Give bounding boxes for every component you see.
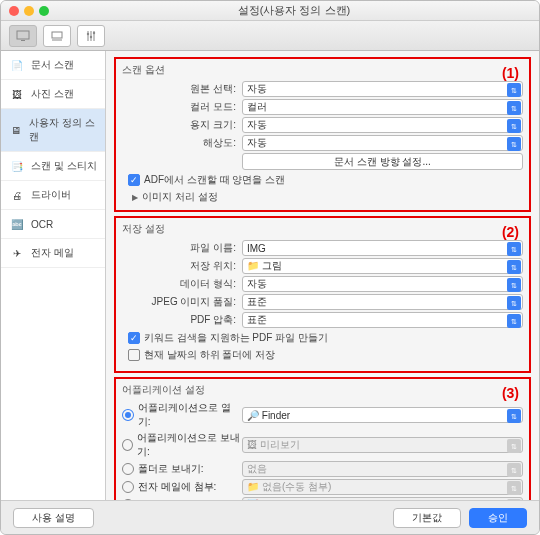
sidebar-item-label: OCR	[31, 219, 53, 230]
folder-icon: 📁	[247, 260, 259, 271]
chevron-updown-icon: ⇅	[507, 499, 521, 500]
svg-point-9	[93, 31, 95, 33]
attach-mail-label: 전자 메일에 첨부:	[138, 480, 216, 494]
sidebar: 📄문서 스캔 🖼사진 스캔 🖥사용자 정의 스캔 📑스캔 및 스티치 🖨드라이버…	[1, 51, 106, 500]
jpeg-label: JPEG 이미지 품질:	[122, 295, 242, 309]
email-icon: ✈	[9, 246, 25, 260]
chevron-updown-icon: ⇅	[507, 463, 521, 477]
chevron-updown-icon: ⇅	[507, 119, 521, 133]
sidebar-item-label: 문서 스캔	[31, 58, 74, 72]
section-title: 저장 설정	[122, 222, 523, 236]
source-select[interactable]: 자동⇅	[242, 81, 523, 97]
sidebar-item-email[interactable]: ✈전자 메일	[1, 239, 105, 268]
start-ocr-radio[interactable]	[122, 499, 134, 500]
format-select[interactable]: 자동⇅	[242, 276, 523, 292]
driver-icon: 🖨	[9, 188, 25, 202]
sidebar-item-label: 사진 스캔	[31, 87, 74, 101]
folder-icon: 📁	[247, 481, 259, 492]
attach-mail-select[interactable]: 📁없음(수동 첨부)⇅	[242, 479, 523, 495]
chevron-updown-icon: ⇅	[507, 409, 521, 423]
section-number: (3)	[502, 385, 519, 401]
sidebar-item-label: 사용자 정의 스캔	[29, 116, 97, 144]
chevron-updown-icon: ⇅	[507, 481, 521, 495]
section-title: 어플리케이션 설정	[122, 383, 523, 397]
paper-select[interactable]: 자동⇅	[242, 117, 523, 133]
tab-scan-from-panel[interactable]	[43, 25, 71, 47]
chevron-updown-icon: ⇅	[507, 296, 521, 310]
defaults-button[interactable]: 기본값	[393, 508, 461, 528]
image-processing-disclosure[interactable]: ▶이미지 처리 설정	[132, 190, 523, 204]
custom-scan-icon: 🖥	[9, 123, 23, 137]
subfolder-checkbox[interactable]	[128, 349, 140, 361]
sidebar-item-driver[interactable]: 🖨드라이버	[1, 181, 105, 210]
svg-point-7	[87, 32, 89, 34]
triangle-right-icon: ▶	[132, 193, 138, 202]
help-button[interactable]: 사용 설명	[13, 508, 94, 528]
resolution-select[interactable]: 자동⇅	[242, 135, 523, 151]
zoom-icon[interactable]	[39, 6, 49, 16]
sidebar-item-photo-scan[interactable]: 🖼사진 스캔	[1, 80, 105, 109]
svg-rect-0	[17, 31, 29, 39]
adf-duplex-checkbox[interactable]: ✓	[128, 174, 140, 186]
pdf-select[interactable]: 표준⇅	[242, 312, 523, 328]
adf-label: ADF에서 스캔할 때 양면을 스캔	[144, 173, 285, 187]
sidebar-item-label: 전자 메일	[31, 246, 74, 260]
preview-icon: 🖼	[247, 439, 257, 450]
color-label: 컬러 모드:	[122, 100, 242, 114]
section-number: (2)	[502, 224, 519, 240]
sidebar-item-document-scan[interactable]: 📄문서 스캔	[1, 51, 105, 80]
section-app-settings: (3) 어플리케이션 설정 어플리케이션으로 열기:🔎 Finder⇅ 어플리케…	[114, 377, 531, 500]
subfolder-label: 현재 날짜의 하위 폴더에 저장	[144, 348, 275, 362]
svg-rect-1	[21, 40, 25, 41]
document-icon: 📄	[9, 58, 25, 72]
sidebar-item-label: 스캔 및 스티치	[31, 159, 97, 173]
section-save-settings: (2) 저장 설정 파일 이름:IMG⇅ 저장 위치:📁그림⇅ 데이터 형식:자…	[114, 216, 531, 373]
svg-rect-2	[52, 32, 62, 38]
stitch-icon: 📑	[9, 159, 25, 173]
photo-icon: 🖼	[9, 87, 25, 101]
section-number: (1)	[502, 65, 519, 81]
chevron-updown-icon: ⇅	[507, 439, 521, 453]
sidebar-item-label: 드라이버	[31, 188, 71, 202]
pdf-label: PDF 압축:	[122, 313, 242, 327]
chevron-updown-icon: ⇅	[507, 83, 521, 97]
sidebar-item-custom-scan[interactable]: 🖥사용자 정의 스캔	[1, 109, 105, 152]
jpeg-select[interactable]: 표준⇅	[242, 294, 523, 310]
chevron-updown-icon: ⇅	[507, 137, 521, 151]
paper-label: 용지 크기:	[122, 118, 242, 132]
start-ocr-select[interactable]: 📝 텍스트로 출력⇅	[242, 497, 523, 500]
send-folder-radio[interactable]	[122, 463, 134, 475]
ok-button[interactable]: 승인	[469, 508, 527, 528]
chevron-updown-icon: ⇅	[507, 242, 521, 256]
finder-icon: 🔎	[247, 410, 259, 421]
start-ocr-label: OCR 시작:	[138, 498, 186, 500]
tab-general-settings[interactable]	[77, 25, 105, 47]
orientation-button[interactable]: 문서 스캔 방향 설정...	[242, 153, 523, 170]
close-icon[interactable]	[9, 6, 19, 16]
filename-label: 파일 이름:	[122, 241, 242, 255]
send-folder-select[interactable]: 없음⇅	[242, 461, 523, 477]
section-scan-options: (1) 스캔 옵션 원본 선택:자동⇅ 컬러 모드:컬러⇅ 용지 크기:자동⇅ …	[114, 57, 531, 212]
send-to-select[interactable]: 🖼 미리보기⇅	[242, 437, 523, 453]
resolution-label: 해상도:	[122, 136, 242, 150]
window-title: 설정(사용자 정의 스캔)	[57, 3, 531, 18]
svg-point-8	[90, 35, 92, 37]
text-icon: 📝	[247, 499, 259, 500]
sidebar-item-ocr[interactable]: 🔤OCR	[1, 210, 105, 239]
send-folder-label: 폴더로 보내기:	[138, 462, 204, 476]
open-with-select[interactable]: 🔎 Finder⇅	[242, 407, 523, 423]
color-select[interactable]: 컬러⇅	[242, 99, 523, 115]
location-select[interactable]: 📁그림⇅	[242, 258, 523, 274]
minimize-icon[interactable]	[24, 6, 34, 16]
filename-field[interactable]: IMG⇅	[242, 240, 523, 256]
send-to-radio[interactable]	[122, 439, 133, 451]
keyword-label: 키워드 검색을 지원하는 PDF 파일 만들기	[144, 331, 328, 345]
section-title: 스캔 옵션	[122, 63, 523, 77]
source-label: 원본 선택:	[122, 82, 242, 96]
attach-mail-radio[interactable]	[122, 481, 134, 493]
tab-scan-from-computer[interactable]	[9, 25, 37, 47]
sidebar-item-scan-stitch[interactable]: 📑스캔 및 스티치	[1, 152, 105, 181]
keyword-pdf-checkbox[interactable]: ✓	[128, 332, 140, 344]
ocr-icon: 🔤	[9, 217, 25, 231]
open-with-radio[interactable]	[122, 409, 134, 421]
